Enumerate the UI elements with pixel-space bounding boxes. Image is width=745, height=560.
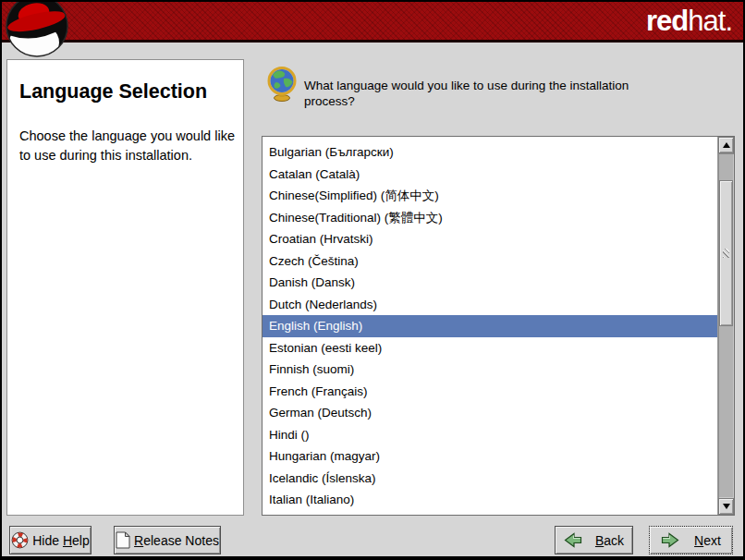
release-notes-button[interactable]: Release Notes [114, 526, 221, 554]
language-list-item[interactable]: German (Deutsch) [263, 402, 717, 424]
language-list-item[interactable]: Italian (Italiano) [263, 489, 717, 511]
language-list-item[interactable]: French (Français) [263, 381, 717, 403]
window-content: redhat. Language Selection Choose the la… [2, 2, 743, 556]
scrollbar-thumb[interactable] [719, 180, 733, 326]
life-preserver-icon [11, 531, 29, 549]
arrow-down-icon [723, 504, 730, 509]
installer-window: redhat. Language Selection Choose the la… [0, 0, 745, 560]
language-list-item[interactable]: Dutch (Nederlands) [263, 294, 717, 316]
scrollbar-track[interactable] [718, 153, 734, 498]
language-list-item[interactable]: Chinese(Traditional) (繁體中文) [263, 207, 717, 229]
language-list-item[interactable]: Czech (Čeština) [263, 250, 717, 273]
language-list-item[interactable]: Hungarian (magyar) [263, 445, 717, 468]
language-list-container: Bulgarian (Български)Catalan (Català)Chi… [262, 136, 735, 516]
question-text: What language would you like to use duri… [304, 78, 659, 109]
top-banner: redhat. [2, 2, 743, 43]
language-list-item[interactable]: Danish (Dansk) [263, 272, 717, 294]
language-list-item[interactable]: Bulgarian (Български) [263, 141, 717, 164]
language-list-item[interactable]: Catalan (Català) [263, 164, 717, 186]
back-label: Back [595, 533, 624, 548]
language-list-item[interactable]: Croatian (Hrvatski) [263, 228, 717, 250]
help-panel: Language Selection Choose the language y… [6, 59, 244, 516]
hide-help-label: Hide Help [32, 533, 90, 548]
back-arrow-icon [564, 532, 582, 548]
language-list-item[interactable]: Finnish (suomi) [263, 359, 717, 381]
language-list-item[interactable]: Icelandic (Íslenska) [263, 468, 717, 490]
redhat-wordmark: redhat. [646, 5, 732, 38]
arrow-up-icon [723, 142, 730, 148]
scroll-up-button[interactable] [718, 137, 734, 153]
language-list-item[interactable]: English (English) [263, 315, 717, 337]
scrollbar-grip [723, 249, 729, 258]
wordmark-red: red [646, 5, 688, 37]
globe-icon [267, 67, 297, 102]
help-text: Choose the language you would like to us… [19, 127, 236, 165]
next-label: Next [694, 533, 721, 548]
scroll-down-button[interactable] [718, 498, 734, 515]
page-title: Language Selection [19, 80, 231, 103]
language-list-item[interactable]: Hindi () [263, 424, 717, 446]
back-button[interactable]: Back [555, 526, 633, 554]
vertical-scrollbar[interactable] [717, 137, 734, 515]
document-icon [116, 531, 130, 549]
wordmark-hat: hat. [688, 5, 732, 37]
hide-help-button[interactable]: Hide Help [9, 526, 92, 554]
next-arrow-icon [661, 532, 679, 548]
release-notes-label: Release Notes [134, 533, 219, 548]
redhat-shadowman-logo-icon [5, 2, 71, 59]
language-list: Bulgarian (Български)Catalan (Català)Chi… [263, 137, 717, 515]
next-button[interactable]: Next [649, 526, 733, 554]
language-list-item[interactable]: Estonian (eesti keel) [263, 337, 717, 359]
language-list-item[interactable]: Chinese(Simplified) (简体中文) [263, 185, 717, 207]
